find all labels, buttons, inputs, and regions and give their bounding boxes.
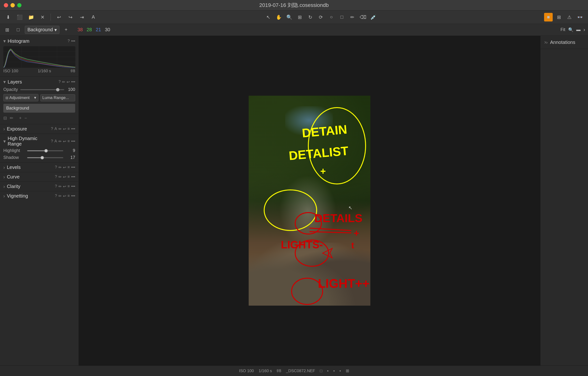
content-area: ▾ Histogram ? ••• [0, 36, 588, 366]
clarity-header[interactable]: › Clarity ? ✏ ↩ ≡ ••• [3, 184, 75, 189]
more-icon[interactable]: ••• [71, 80, 75, 84]
status-icon2[interactable]: • [327, 369, 329, 373]
warning-icon[interactable]: ⚠ [565, 13, 574, 21]
glasses-icon[interactable]: 👓 [576, 13, 584, 21]
color-picker-icon[interactable]: ■ [544, 13, 553, 21]
histogram-header[interactable]: ▾ Histogram ? ••• [0, 36, 79, 45]
help-icon[interactable]: ? [55, 165, 57, 170]
help-icon[interactable]: ? [55, 194, 57, 198]
grid-view-icon[interactable]: ⊞ [3, 26, 11, 34]
menu-icon[interactable]: ≡ [68, 184, 70, 189]
zoom-tool[interactable]: 🔍 [285, 13, 294, 21]
close-button[interactable] [4, 3, 8, 7]
undo-icon[interactable]: ↩ [63, 139, 66, 144]
background-layer[interactable]: Background [3, 104, 75, 113]
more-icon[interactable]: ••• [71, 139, 75, 144]
help-icon[interactable]: ? [68, 39, 70, 43]
edit-icon[interactable]: ✏ [62, 80, 65, 84]
pin-icon[interactable]: ✏ [58, 194, 62, 198]
close-icon[interactable]: ✕ [38, 13, 47, 21]
menu-icon[interactable]: ≡ [68, 165, 70, 170]
shadow-thumb[interactable] [41, 156, 44, 159]
menu-icon[interactable]: ≡ [68, 194, 70, 198]
undo-icon[interactable]: ↩ [63, 194, 66, 198]
help-icon[interactable]: ? [55, 175, 57, 179]
layers-header[interactable]: ▾ Layers ? ✏ ↩ ••• [0, 77, 79, 86]
pin-icon[interactable]: ↩ [67, 80, 70, 84]
more-icon[interactable]: ••• [71, 175, 75, 179]
hdr-header[interactable]: ▾ High Dynamic Range ? A ✏ ↩ ≡ ••• [3, 136, 75, 147]
pin-icon[interactable]: ✏ [58, 139, 62, 144]
more-icon[interactable]: ••• [71, 165, 75, 170]
single-view-icon[interactable]: □ [14, 26, 22, 34]
remove-layer-icon[interactable]: − [25, 116, 27, 121]
help-icon[interactable]: ? [58, 80, 61, 84]
forward-icon[interactable]: ⇥ [78, 13, 86, 21]
layer-selector[interactable]: Background ▾ [25, 26, 59, 34]
opacity-slider[interactable] [20, 89, 64, 90]
select-tool[interactable]: ↖ [264, 13, 273, 21]
help-icon[interactable]: ? [51, 139, 53, 144]
annotations-header[interactable]: › Annotations [541, 36, 588, 49]
brush-tool[interactable]: ✏ [348, 13, 357, 21]
camera-icon[interactable]: ⬛ [15, 13, 24, 21]
undo-icon[interactable]: ↩ [63, 184, 66, 189]
menu-icon[interactable]: ≡ [68, 127, 70, 131]
highlight-thumb[interactable] [44, 149, 48, 152]
status-icon3[interactable]: • [333, 369, 335, 373]
adjust-icon[interactable]: ⊟ [3, 115, 7, 121]
highlight-slider[interactable] [27, 150, 63, 151]
add-layer-icon[interactable]: + [19, 116, 22, 121]
minimize-button[interactable] [10, 3, 15, 7]
more-icon[interactable]: ••• [71, 194, 75, 198]
help-icon[interactable]: ? [51, 127, 53, 131]
pin-icon[interactable]: ✏ [58, 184, 62, 189]
undo-icon[interactable]: ↩ [55, 13, 63, 21]
pin-icon[interactable]: ✏ [58, 175, 62, 179]
maximize-button[interactable] [17, 3, 21, 7]
add-layer-icon[interactable]: + [62, 26, 70, 34]
display-bar-icon[interactable]: ▬ [576, 27, 581, 32]
shadow-slider[interactable] [27, 157, 63, 158]
vignetting-header[interactable]: › Vignetting ? ✏ ↩ ≡ ••• [3, 193, 75, 199]
rect-tool[interactable]: □ [338, 13, 346, 21]
help-icon[interactable]: ? [55, 184, 57, 189]
luma-range-button[interactable]: Luma Range... [40, 94, 75, 101]
status-icon5[interactable]: ⊞ [346, 368, 349, 373]
search-icon[interactable]: 🔍 [568, 27, 573, 32]
grid-icon[interactable]: ⊞ [555, 13, 563, 21]
more-icon[interactable]: ••• [71, 184, 75, 189]
lasso-tool[interactable]: ⟳ [317, 13, 325, 21]
adjustment-selector[interactable]: ⊟ Adjustment ▾ [3, 94, 38, 101]
fit-label[interactable]: Fit [561, 27, 565, 32]
undo-icon[interactable]: ↩ [63, 127, 66, 131]
download-icon[interactable]: ⬇ [4, 13, 12, 21]
more-icon[interactable]: ••• [71, 39, 75, 43]
a-icon[interactable]: A [54, 127, 57, 131]
eyedropper-tool[interactable]: 💉 [369, 13, 378, 21]
pin-icon[interactable]: ✏ [58, 165, 62, 170]
eraser-tool[interactable]: ⌫ [359, 13, 367, 21]
status-icon1[interactable]: □ [320, 369, 322, 373]
status-icon4[interactable]: • [340, 369, 341, 373]
panel-toggle-icon[interactable]: › [583, 27, 585, 33]
more-icon[interactable]: ••• [71, 127, 75, 131]
levels-header[interactable]: › Levels ? ✏ ↩ ≡ ••• [3, 165, 75, 170]
menu-icon[interactable]: ≡ [68, 175, 70, 179]
pan-tool[interactable]: ✋ [275, 13, 283, 21]
rotate-tool[interactable]: ↻ [306, 13, 315, 21]
exposure-header[interactable]: › Exposure ? A ✏ ↩ ≡ ••• [3, 126, 75, 132]
undo-icon[interactable]: ↩ [63, 175, 66, 179]
a-icon[interactable]: A [54, 139, 57, 144]
menu-icon[interactable]: ≡ [68, 139, 70, 144]
crop-tool[interactable]: ⊞ [296, 13, 304, 21]
brush-layer-icon[interactable]: ✏ [10, 115, 13, 121]
undo-icon[interactable]: ↩ [63, 165, 66, 170]
pin-icon[interactable]: ✏ [58, 127, 62, 131]
text-icon[interactable]: A [89, 13, 98, 21]
circle-tool[interactable]: ○ [327, 13, 336, 21]
folder-icon[interactable]: 📁 [27, 13, 35, 21]
curve-header[interactable]: › Curve ? ✏ ↩ ≡ ••• [3, 174, 75, 180]
redo-icon[interactable]: ↪ [66, 13, 75, 21]
opacity-thumb[interactable] [56, 88, 59, 91]
